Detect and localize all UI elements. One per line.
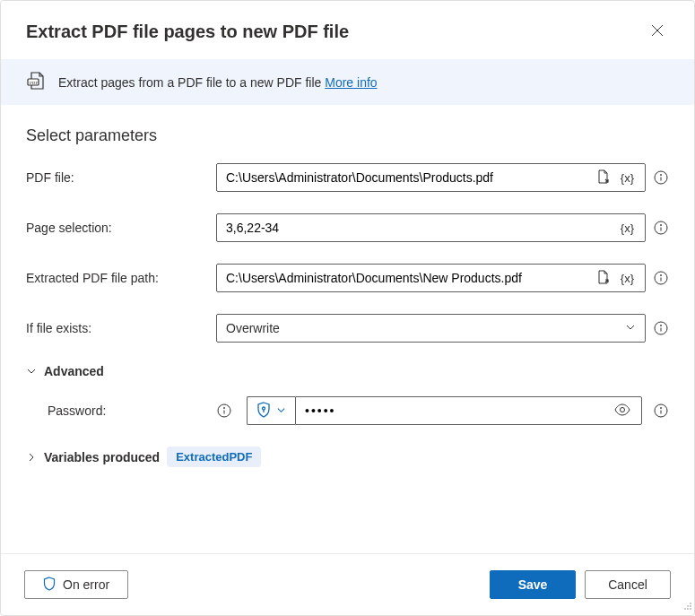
dialog-title: Extract PDF file pages to new PDF file	[26, 22, 349, 42]
info-banner: PDF Extract pages from a PDF file to a n…	[1, 59, 694, 105]
svg-point-22	[661, 408, 662, 409]
info-icon[interactable]	[653, 169, 669, 186]
chevron-right-icon	[26, 452, 37, 463]
svg-text:PDF: PDF	[30, 81, 38, 85]
file-picker-icon	[596, 169, 610, 187]
info-icon[interactable]	[653, 220, 669, 236]
save-button[interactable]: Save	[490, 570, 576, 599]
info-icon[interactable]	[653, 320, 669, 336]
eye-icon	[614, 403, 630, 419]
svg-point-17	[224, 408, 225, 409]
svg-point-11	[661, 275, 662, 276]
close-icon	[651, 26, 664, 39]
file-picker-button[interactable]	[595, 268, 612, 289]
page-selection-input-wrap: {x}	[216, 213, 646, 242]
label-extracted-path: Extracted PDF file path:	[26, 271, 205, 285]
pdf-file-input-wrap: {x}	[216, 163, 646, 192]
label-page-selection: Page selection:	[26, 221, 205, 235]
content-area: Select parameters PDF file: {x}	[1, 105, 694, 553]
file-picker-icon	[596, 270, 610, 287]
row-page-selection: Page selection: {x}	[26, 213, 669, 242]
info-icon[interactable]	[653, 403, 669, 419]
password-input-wrap	[295, 396, 642, 425]
cancel-button[interactable]: Cancel	[585, 570, 671, 599]
page-selection-input[interactable]	[226, 221, 612, 235]
chevron-down-icon	[625, 322, 636, 335]
variables-produced-label: Variables produced	[44, 450, 160, 464]
label-password: Password:	[26, 403, 205, 418]
extracted-path-input-wrap: {x}	[216, 264, 646, 292]
advanced-toggle[interactable]: Advanced	[26, 364, 669, 378]
svg-point-8	[661, 225, 662, 226]
if-exists-select[interactable]: Overwrite	[216, 314, 646, 343]
variable-picker-button[interactable]: {x}	[619, 169, 636, 187]
variable-picker-button[interactable]: {x}	[619, 270, 636, 287]
svg-point-20	[621, 407, 625, 412]
chevron-down-icon	[26, 366, 37, 377]
row-if-exists: If file exists: Overwrite	[26, 314, 669, 343]
shield-icon	[43, 577, 56, 594]
reveal-password-button[interactable]	[612, 402, 632, 421]
section-title: Select parameters	[26, 126, 669, 145]
pdf-icon: PDF	[26, 72, 46, 92]
svg-point-19	[263, 407, 265, 410]
info-icon[interactable]	[653, 270, 669, 286]
pdf-file-input[interactable]	[226, 170, 587, 185]
svg-point-14	[661, 325, 662, 326]
row-pdf-file: PDF file: {x}	[26, 163, 669, 192]
variable-picker-button[interactable]: {x}	[619, 220, 636, 237]
label-pdf-file: PDF file:	[26, 170, 205, 185]
if-exists-value: Overwrite	[226, 321, 280, 335]
file-picker-button[interactable]	[595, 168, 612, 188]
svg-point-5	[661, 175, 662, 176]
password-input[interactable]	[305, 403, 612, 418]
info-icon[interactable]	[216, 403, 232, 419]
dialog-footer: On error Save Cancel	[1, 553, 694, 615]
chevron-down-icon	[276, 403, 286, 418]
row-password: Password:	[26, 396, 669, 425]
close-button[interactable]	[646, 19, 669, 45]
advanced-label: Advanced	[44, 364, 104, 378]
label-if-exists: If file exists:	[26, 321, 205, 335]
on-error-button[interactable]: On error	[24, 570, 128, 599]
more-info-link[interactable]: More info	[325, 75, 377, 90]
password-mode-selector[interactable]	[247, 396, 295, 425]
variable-chip[interactable]: ExtractedPDF	[167, 447, 261, 467]
extracted-path-input[interactable]	[226, 271, 587, 285]
row-extracted-path: Extracted PDF file path: {x}	[26, 264, 669, 292]
banner-text: Extract pages from a PDF file to a new P…	[58, 75, 378, 90]
shield-icon	[256, 402, 271, 421]
variables-produced-toggle[interactable]: Variables produced ExtractedPDF	[26, 447, 669, 467]
dialog-header: Extract PDF file pages to new PDF file	[1, 1, 694, 59]
